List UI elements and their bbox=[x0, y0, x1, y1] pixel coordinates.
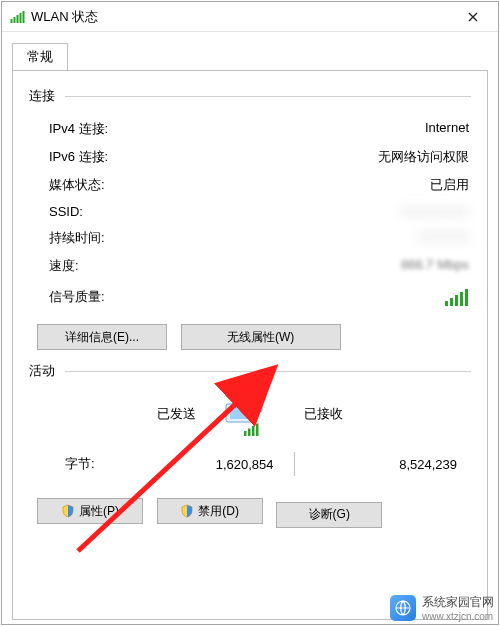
svg-rect-8 bbox=[460, 292, 463, 306]
divider bbox=[65, 96, 471, 97]
ssid-value: XXXXXXXX bbox=[179, 204, 469, 219]
details-button-row: 详细信息(E)... 无线属性(W) bbox=[37, 324, 471, 350]
row-media: 媒体状态: 已启用 bbox=[29, 171, 471, 199]
watermark-icon bbox=[390, 595, 416, 621]
duration-label: 持续时间: bbox=[49, 229, 179, 247]
row-signal: 信号质量: bbox=[29, 280, 471, 310]
ssid-label: SSID: bbox=[49, 204, 179, 219]
watermark-brand: 系统家园官网 bbox=[422, 594, 494, 611]
signal-bars-icon bbox=[179, 288, 469, 306]
sent-label: 已发送 bbox=[37, 405, 214, 423]
group-connection: 连接 bbox=[29, 87, 471, 105]
svg-rect-13 bbox=[230, 407, 250, 419]
signal-label: 信号质量: bbox=[49, 288, 179, 306]
svg-rect-0 bbox=[11, 19, 13, 23]
svg-rect-1 bbox=[14, 17, 16, 23]
svg-rect-15 bbox=[248, 429, 251, 437]
svg-rect-7 bbox=[455, 295, 458, 306]
speed-label: 速度: bbox=[49, 257, 179, 275]
bytes-label: 字节: bbox=[65, 455, 125, 473]
media-label: 媒体状态: bbox=[49, 176, 179, 194]
close-icon bbox=[468, 12, 478, 22]
ipv6-label: IPv6 连接: bbox=[49, 148, 179, 166]
shield-icon bbox=[180, 504, 194, 518]
svg-rect-5 bbox=[445, 301, 448, 306]
speed-value: 866.7 Mbps bbox=[179, 257, 469, 275]
window-title: WLAN 状态 bbox=[31, 8, 452, 26]
row-ipv4: IPv4 连接: Internet bbox=[29, 115, 471, 143]
network-activity-icon bbox=[214, 390, 286, 438]
group-activity: 活动 bbox=[29, 362, 471, 380]
media-value: 已启用 bbox=[179, 176, 469, 194]
svg-rect-9 bbox=[465, 289, 468, 306]
row-duration: 持续时间: 00:00:00 bbox=[29, 224, 471, 252]
properties-button[interactable]: 属性(P) bbox=[37, 498, 143, 524]
ipv6-value: 无网络访问权限 bbox=[179, 148, 469, 166]
activity-grid: 已发送 已接收 bbox=[37, 390, 463, 438]
ipv4-label: IPv4 连接: bbox=[49, 120, 179, 138]
row-speed: 速度: 866.7 Mbps bbox=[29, 252, 471, 280]
svg-rect-4 bbox=[23, 11, 25, 23]
divider bbox=[294, 452, 295, 476]
bytes-sent-value: 1,620,854 bbox=[125, 457, 280, 472]
watermark: 系统家园官网 www.xtzjcn.com bbox=[390, 594, 494, 622]
duration-value: 00:00:00 bbox=[179, 229, 469, 247]
wireless-properties-button[interactable]: 无线属性(W) bbox=[181, 324, 341, 350]
tab-strip: 常规 bbox=[2, 32, 498, 70]
group-activity-label: 活动 bbox=[29, 362, 55, 380]
svg-rect-6 bbox=[450, 298, 453, 306]
shield-icon bbox=[61, 504, 75, 518]
close-button[interactable] bbox=[452, 3, 494, 31]
divider bbox=[65, 371, 471, 372]
bottom-button-row: 属性(P) 禁用(D) 诊断(G) bbox=[37, 498, 471, 528]
tab-body: 连接 IPv4 连接: Internet IPv6 连接: 无网络访问权限 媒体… bbox=[12, 70, 488, 620]
row-ssid: SSID: XXXXXXXX bbox=[29, 199, 471, 224]
group-connection-label: 连接 bbox=[29, 87, 55, 105]
svg-rect-16 bbox=[252, 426, 255, 436]
disable-button[interactable]: 禁用(D) bbox=[157, 498, 263, 524]
svg-rect-3 bbox=[20, 13, 22, 23]
details-button[interactable]: 详细信息(E)... bbox=[37, 324, 167, 350]
watermark-url: www.xtzjcn.com bbox=[422, 611, 494, 622]
row-ipv6: IPv6 连接: 无网络访问权限 bbox=[29, 143, 471, 171]
svg-rect-14 bbox=[244, 431, 247, 436]
bytes-recv-value: 8,524,239 bbox=[309, 457, 464, 472]
title-bar: WLAN 状态 bbox=[2, 2, 498, 32]
ipv4-value: Internet bbox=[179, 120, 469, 138]
diagnose-button[interactable]: 诊断(G) bbox=[276, 502, 382, 528]
recv-label: 已接收 bbox=[286, 405, 463, 423]
wlan-status-window: WLAN 状态 常规 连接 IPv4 连接: Internet IPv6 连接:… bbox=[1, 1, 499, 625]
wifi-icon bbox=[10, 9, 25, 24]
svg-rect-17 bbox=[256, 424, 259, 437]
bytes-row: 字节: 1,620,854 8,524,239 bbox=[29, 452, 471, 476]
svg-rect-2 bbox=[17, 15, 19, 23]
tab-general[interactable]: 常规 bbox=[12, 43, 68, 71]
